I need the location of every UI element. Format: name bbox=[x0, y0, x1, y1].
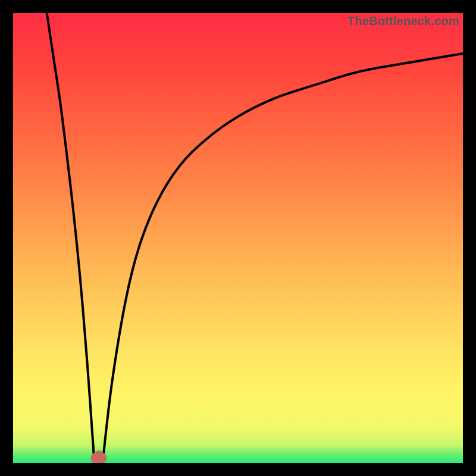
bottleneck-curve bbox=[13, 13, 463, 463]
minimum-marker bbox=[91, 452, 107, 463]
chart-plot-area: TheBottleneck.com bbox=[13, 13, 463, 463]
